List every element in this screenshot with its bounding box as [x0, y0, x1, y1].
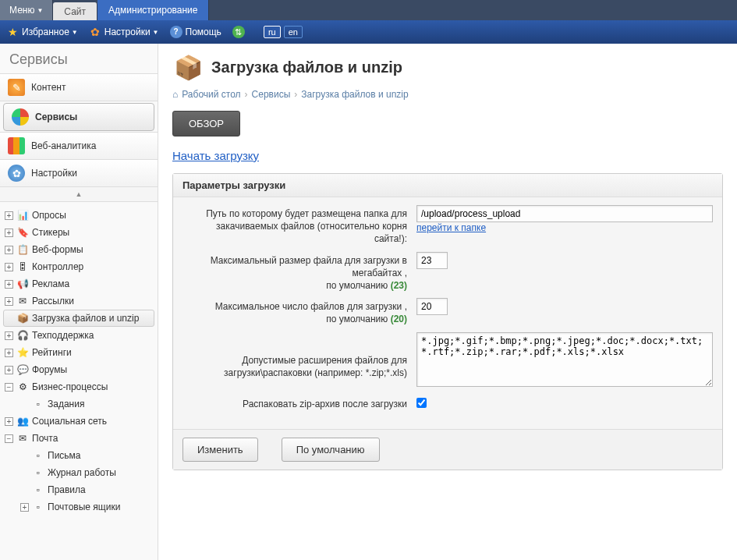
star-icon: ★: [6, 26, 19, 38]
size-label: Максимальный размер файла для загрузки в…: [182, 252, 416, 292]
tree-item-label: Загрузка файлов и unzip: [32, 313, 139, 324]
sidebar-main-settings[interactable]: ✿ Настройки: [0, 159, 158, 187]
item-icon: ▫: [32, 466, 44, 479]
count-label: Максимальное число файлов для загрузки ,…: [182, 298, 416, 325]
unzip-label: Распаковать zip-архив после загрузки: [182, 395, 416, 410]
sidebar-main-services[interactable]: Сервисы: [3, 103, 154, 131]
caret-icon: ▼: [72, 29, 78, 36]
start-upload-link[interactable]: Начать загрузку: [172, 149, 259, 162]
change-button[interactable]: Изменить: [182, 438, 258, 462]
tree-item[interactable]: +📊Опросы: [3, 207, 154, 224]
favorites-menu[interactable]: ★ Избранное ▼: [6, 26, 78, 38]
settings-menu[interactable]: ✿ Настройки ▼: [89, 26, 159, 38]
sidebar-main-label: Веб-аналитика: [31, 140, 96, 151]
collapse-icon[interactable]: −: [5, 383, 13, 392]
help-menu[interactable]: ? Помощь: [170, 26, 221, 38]
item-icon: 🎛: [16, 261, 29, 273]
sidebar-collapse[interactable]: ▲: [0, 187, 158, 202]
tree-item[interactable]: +📢Реклама: [3, 275, 154, 292]
count-input[interactable]: [416, 298, 448, 315]
tree-item[interactable]: ▫Письма: [3, 447, 154, 464]
sidebar-main-label: Сервисы: [35, 112, 77, 122]
expand-icon[interactable]: +: [5, 246, 13, 254]
tree-item-label: Опросы: [32, 210, 66, 221]
tree-item[interactable]: ▫Правила: [3, 481, 154, 498]
ext-textarea[interactable]: [416, 332, 713, 387]
tree-item[interactable]: −✉Почта: [3, 430, 154, 447]
tree-item[interactable]: +⭐Рейтинги: [3, 344, 154, 361]
ext-label: Допустимые расширения файлов для загрузк…: [182, 332, 416, 379]
expand-icon[interactable]: +: [5, 366, 13, 374]
item-icon: 📋: [16, 243, 29, 256]
goto-folder-link[interactable]: перейти к папке: [416, 222, 486, 233]
path-input[interactable]: [416, 205, 713, 222]
tree-item[interactable]: +👥Социальная сеть: [3, 413, 154, 430]
expand-icon[interactable]: +: [5, 280, 13, 289]
tab-admin[interactable]: Администрирование: [97, 0, 209, 20]
tree-item[interactable]: +🔖Стикеры: [3, 224, 154, 241]
collapse-icon[interactable]: −: [5, 434, 13, 443]
unzip-checkbox[interactable]: [416, 398, 427, 408]
lang-ru[interactable]: ru: [264, 26, 281, 38]
crumb-current: Загрузка файлов и unzip: [301, 89, 408, 100]
default-button[interactable]: По умолчанию: [282, 438, 380, 462]
item-icon: ▫: [32, 449, 44, 462]
tree-item-label: Реклама: [32, 278, 69, 289]
tree-item[interactable]: +💬Форумы: [3, 361, 154, 378]
content-icon: ✎: [8, 79, 25, 96]
menu-button[interactable]: Меню ▼: [0, 0, 53, 20]
caret-icon: ▼: [153, 29, 159, 36]
sidebar-main-analytics[interactable]: Веб-аналитика: [0, 132, 158, 160]
tree-item[interactable]: +📋Веб-формы: [3, 241, 154, 258]
expand-icon[interactable]: +: [5, 297, 13, 306]
tree-item[interactable]: ▫Журнал работы: [3, 464, 154, 481]
language-switch: ru en: [264, 26, 303, 38]
row-ext: Допустимые расширения файлов для загрузк…: [182, 332, 713, 389]
tab-site[interactable]: Сайт: [53, 2, 97, 20]
item-icon: ⚙: [16, 381, 29, 393]
sync-icon: ⇅: [232, 26, 245, 38]
item-icon: ▫: [32, 501, 44, 513]
expand-icon[interactable]: +: [5, 263, 13, 271]
browse-button[interactable]: ОБЗОР: [172, 111, 240, 136]
sidebar-main-content[interactable]: ✎ Контент: [0, 73, 158, 101]
tree-item[interactable]: +▫Почтовые ящики: [3, 498, 154, 516]
lang-en[interactable]: en: [284, 26, 303, 38]
leaf-icon: [20, 452, 29, 460]
tree-item-label: Рассылки: [32, 296, 74, 307]
row-unzip: Распаковать zip-архив после загрузки: [182, 395, 713, 410]
sync-button[interactable]: ⇅: [232, 26, 245, 38]
topbar: Меню ▼ Сайт Администрирование: [0, 0, 737, 20]
crumb-sep-icon: ›: [245, 89, 248, 100]
crumb-home[interactable]: Рабочий стол: [182, 89, 240, 100]
row-count: Максимальное число файлов для загрузки ,…: [182, 298, 713, 325]
tree-item[interactable]: +🎛Контроллер: [3, 258, 154, 275]
help-label: Помощь: [186, 27, 221, 37]
leaf-icon: [20, 400, 29, 409]
path-label: Путь по которому будет размещена папка д…: [182, 205, 416, 246]
subbar: ★ Избранное ▼ ✿ Настройки ▼ ? Помощь ⇅ r…: [0, 20, 737, 44]
crumb-services[interactable]: Сервисы: [252, 89, 291, 100]
item-icon: 📢: [16, 278, 29, 290]
sidebar-main-label: Настройки: [31, 168, 77, 179]
tree-item-label: Правила: [48, 484, 86, 495]
tree-item[interactable]: +🎧Техподдержка: [3, 327, 154, 344]
expand-icon[interactable]: +: [5, 211, 13, 220]
panel-title: Параметры загрузки: [173, 174, 722, 197]
expand-icon[interactable]: +: [5, 417, 13, 426]
item-icon: ▫: [32, 484, 44, 496]
tree-item[interactable]: ▫Задания: [3, 395, 154, 413]
expand-icon[interactable]: +: [5, 229, 13, 237]
expand-icon[interactable]: +: [20, 503, 29, 512]
tree-item-label: Письма: [48, 450, 81, 461]
expand-icon[interactable]: +: [5, 349, 13, 357]
expand-icon[interactable]: +: [5, 331, 13, 340]
tree-item[interactable]: 📦Загрузка файлов и unzip: [3, 310, 154, 327]
sidebar-main-label: Контент: [31, 82, 66, 93]
breadcrumb: ⌂ Рабочий стол › Сервисы › Загрузка файл…: [172, 89, 723, 100]
size-input[interactable]: [416, 252, 448, 269]
page-header: 📦 Загрузка файлов и unzip: [172, 51, 723, 83]
tree-item[interactable]: −⚙Бизнес-процессы: [3, 378, 154, 395]
tree-item[interactable]: +✉Рассылки: [3, 292, 154, 310]
home-icon: ⌂: [172, 89, 178, 100]
